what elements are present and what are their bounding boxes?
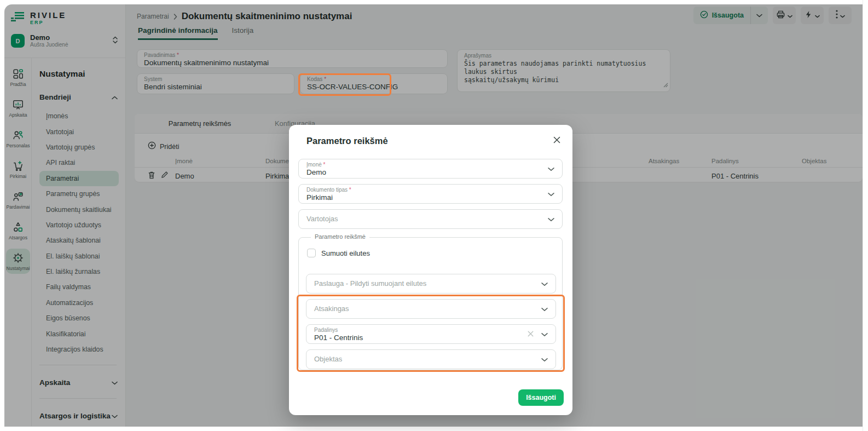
- objektas-select[interactable]: Objektas: [306, 349, 556, 369]
- paslauga-select[interactable]: Paslauga - Pildyti sumuojant eilutes: [306, 274, 556, 294]
- page: RIVILE ERP D Demo Aušra Juodienė: [0, 0, 868, 431]
- atsakingas-select[interactable]: Atsakingas: [306, 299, 556, 319]
- atsakingas-placeholder: Atsakingas: [314, 302, 548, 316]
- close-icon[interactable]: [553, 136, 560, 146]
- group-legend: Parametro reikšmė: [311, 233, 369, 240]
- chevron-down-icon: [541, 279, 548, 289]
- scrollbar-track[interactable]: [863, 0, 868, 431]
- parameter-value-modal: Parametro reikšmė Įmonė * Demo Dokumento…: [289, 125, 572, 415]
- dokumento-tipas-select[interactable]: Dokumento tipas * Pirkimai: [298, 184, 563, 204]
- clear-icon[interactable]: [528, 329, 534, 339]
- required-mark: *: [349, 187, 351, 193]
- checkbox-icon: [307, 249, 316, 257]
- padalinys-value: P01 - Centrinis: [314, 334, 548, 342]
- checkbox-label: Sumuoti eilutes: [321, 249, 370, 257]
- vartotojas-placeholder: Vartotojas: [306, 212, 554, 226]
- save-button-label: Išsaugoti: [526, 394, 556, 401]
- field-label: Padalinys: [314, 327, 338, 333]
- imone-value: Demo: [306, 168, 554, 176]
- imone-select[interactable]: Įmonė * Demo: [298, 159, 563, 179]
- required-mark: *: [323, 162, 326, 168]
- field-label: Įmonė: [306, 162, 322, 168]
- objektas-placeholder: Objektas: [314, 352, 548, 366]
- padalinys-select[interactable]: Padalinys P01 - Centrinis: [306, 324, 556, 344]
- paslauga-placeholder: Paslauga - Pildyti sumuojant eilutes: [314, 277, 548, 291]
- chevron-down-icon: [548, 214, 554, 224]
- save-button[interactable]: Išsaugoti: [518, 389, 564, 406]
- field-label: Dokumento tipas: [306, 187, 348, 193]
- vartotojas-select[interactable]: Vartotojas: [298, 209, 563, 229]
- chevron-down-icon: [541, 329, 548, 339]
- modal-title: Parametro reikšmė: [306, 136, 388, 146]
- chevron-down-icon: [548, 164, 554, 174]
- dokumento-tipas-value: Pirkimai: [306, 193, 554, 202]
- chevron-down-icon: [541, 304, 548, 314]
- sumuoti-eilutes-checkbox[interactable]: Sumuoti eilutes: [307, 249, 370, 257]
- chevron-down-icon: [541, 354, 548, 364]
- chevron-down-icon: [548, 189, 554, 199]
- parametro-reiksme-group: Parametro reikšmė Sumuoti eilutes Paslau…: [298, 237, 563, 370]
